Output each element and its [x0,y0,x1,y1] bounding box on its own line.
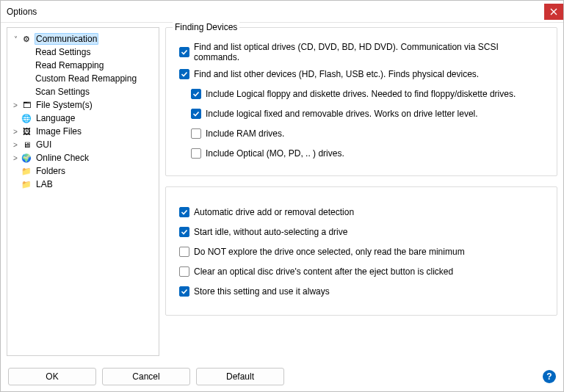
tree-item-label: Language [35,113,76,123]
folder-icon: 📁 [21,178,32,190]
checkbox[interactable] [191,128,201,139]
tree-item-label: Folders [35,166,67,176]
checkbox[interactable] [179,207,189,217]
window-title: Options [7,7,37,17]
tree-item[interactable]: ˅⚙Communication [9,32,157,46]
option-label: Include Optical (MO, PD, .. ) drives. [206,148,344,159]
tree-item-label: File System(s) [35,100,94,110]
tree-item[interactable]: >🗔File System(s) [9,98,157,112]
content-panel: Finding Devices Find and list optical dr… [165,27,557,356]
checkbox[interactable] [179,69,189,79]
checkbox[interactable] [191,89,201,99]
check-icon [181,48,188,56]
option-label: Include logical fixed and removable driv… [206,109,478,119]
chevron-right-icon[interactable]: > [10,101,21,109]
checkbox[interactable] [179,47,189,57]
option-label: Include Logical floppy and diskette driv… [206,89,516,99]
option-row: Include RAM drives. [191,126,543,142]
option-row: Do NOT explore the drive once selected, … [179,244,543,260]
option-label: Include RAM drives. [206,128,284,139]
tree-item-label: Image Files [35,126,83,137]
chevron-right-icon[interactable]: > [10,154,21,162]
close-icon [550,8,557,15]
checkbox[interactable] [179,266,189,277]
checkbox[interactable] [179,286,189,297]
tree-item[interactable]: >🖥GUI [9,138,157,151]
checkbox[interactable] [179,227,189,237]
chevron-down-icon[interactable]: ˅ [10,35,21,43]
misc-group: Automatic drive add or removal detection… [165,186,557,316]
tree-item[interactable]: Read Settings [9,46,157,59]
tree-item-label: LAB [35,179,54,189]
checkbox[interactable] [191,148,201,159]
tree-item-label: Scan Settings [34,87,91,97]
tree-item-label: Communication [35,33,98,45]
option-label: Do NOT explore the drive once selected, … [194,247,465,257]
tree-item[interactable]: 📁LAB [9,178,157,191]
tree-item-label: Online Check [35,153,90,163]
option-label: Find and list optical drives (CD, DVD, B… [194,42,543,62]
option-row: Start idle, without auto-selecting a dri… [179,224,543,240]
finding-devices-legend: Finding Devices [173,22,239,32]
cancel-button[interactable]: Cancel [102,368,190,385]
tree-item[interactable]: >🌍Online Check [9,151,157,164]
option-row: Store this setting and use it always [179,283,543,300]
check-icon [181,70,188,78]
footer-buttons: OK Cancel Default ? [8,368,556,385]
option-row: Include Logical floppy and diskette driv… [191,86,543,102]
tree-item[interactable]: Custom Read Remapping [9,72,157,85]
option-label: Clear an optical disc drive's content af… [194,266,453,277]
tree-item-label: Custom Read Remapping [34,73,138,84]
check-icon [192,110,200,117]
image-icon: 🖼 [21,126,32,137]
option-label: Store this setting and use it always [194,286,330,297]
chevron-right-icon[interactable]: > [10,141,21,149]
option-label: Automatic drive add or removal detection [194,207,354,217]
tree-item[interactable]: >🖼Image Files [9,125,157,138]
gui-icon: 🖥 [21,139,32,150]
option-row: Automatic drive add or removal detection [179,204,543,220]
option-row: Include logical fixed and removable driv… [191,106,543,122]
tree-item[interactable]: 📁Folders [9,164,157,178]
category-tree[interactable]: ˅⚙CommunicationRead SettingsRead Remappi… [7,27,159,356]
check-icon [192,90,200,98]
checkbox[interactable] [179,247,189,257]
default-button[interactable]: Default [196,368,284,385]
titlebar: Options [1,1,563,23]
tree-item[interactable]: 🌐Language [9,112,157,125]
tree-item-label: Read Remapping [34,60,105,70]
option-label: Find and list other devices (HD, Flash, … [194,69,479,79]
option-row: Clear an optical disc drive's content af… [179,264,543,280]
settings-icon: ⚙ [21,33,32,45]
ok-button[interactable]: OK [8,368,96,385]
chevron-right-icon[interactable]: > [10,128,21,136]
online-icon: 🌍 [21,152,32,164]
folder-icon: 📁 [21,165,32,177]
option-row: Include Optical (MO, PD, .. ) drives. [191,145,543,161]
help-icon[interactable]: ? [543,370,556,383]
finding-devices-group: Finding Devices Find and list optical dr… [165,27,557,176]
close-button[interactable] [544,4,563,20]
tree-item-label: GUI [35,139,53,150]
check-icon [181,288,188,295]
tree-item-label: Read Settings [34,47,92,57]
main-area: ˅⚙CommunicationRead SettingsRead Remappi… [1,23,563,362]
option-label: Start idle, without auto-selecting a dri… [194,227,347,237]
check-icon [181,208,188,216]
option-row: Find and list optical drives (CD, DVD, B… [179,42,543,62]
language-icon: 🌐 [21,112,32,124]
checkbox[interactable] [191,109,201,119]
option-row: Find and list other devices (HD, Flash, … [179,66,543,82]
tree-item[interactable]: Scan Settings [9,85,157,98]
tree-item[interactable]: Read Remapping [9,59,157,72]
filesystem-icon: 🗔 [21,99,32,111]
check-icon [181,228,188,236]
